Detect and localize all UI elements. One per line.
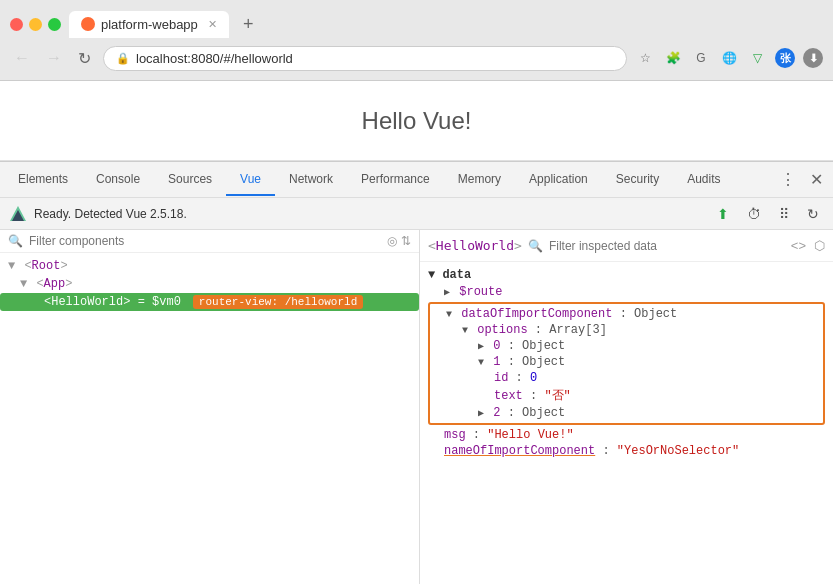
colon-opt0: : bbox=[508, 339, 522, 353]
devtools-tabs: Elements Console Sources Vue Network Per… bbox=[0, 162, 833, 198]
value-id: 0 bbox=[530, 371, 537, 385]
tab-vue[interactable]: Vue bbox=[226, 164, 275, 196]
tab-application[interactable]: Application bbox=[515, 164, 602, 196]
devtools-panel: Elements Console Sources Vue Network Per… bbox=[0, 161, 833, 584]
title-bar: platform-webapp ✕ + bbox=[0, 0, 833, 40]
sort-icon[interactable]: ⇅ bbox=[401, 234, 411, 248]
tab-network[interactable]: Network bbox=[275, 164, 347, 196]
close-devtools-button[interactable]: ✕ bbox=[804, 166, 829, 193]
data-row-id[interactable]: id : 0 bbox=[430, 370, 823, 386]
open-icon[interactable]: ⬡ bbox=[814, 238, 825, 253]
data-row-text[interactable]: text : "否" bbox=[430, 386, 823, 405]
data-row-nameOfImportComponent[interactable]: nameOfImportComponent : "YesOrNoSelector… bbox=[428, 443, 825, 459]
tree-item-root[interactable]: ▼ <Root> bbox=[0, 257, 419, 275]
close-button[interactable] bbox=[10, 18, 23, 31]
tree-item-helloworld[interactable]: <HelloWorld> = $vm0 router-view: /hellow… bbox=[0, 293, 419, 311]
settings-icon[interactable]: ⠿ bbox=[773, 204, 795, 224]
expand-arrow-options[interactable]: ▼ bbox=[462, 325, 468, 336]
value-object: Object bbox=[634, 307, 677, 321]
tab-performance[interactable]: Performance bbox=[347, 164, 444, 196]
colon-id: : bbox=[516, 371, 530, 385]
tab-favicon bbox=[81, 17, 95, 31]
data-row-opt-1[interactable]: ▼ 1 : Object bbox=[430, 354, 823, 370]
back-button[interactable]: ← bbox=[10, 47, 34, 69]
tab-memory[interactable]: Memory bbox=[444, 164, 515, 196]
data-filter-input[interactable] bbox=[549, 239, 785, 253]
left-panel: 🔍 ◎ ⇅ ▼ <Root> ▼ <App> bbox=[0, 230, 420, 584]
more-tabs-button[interactable]: ⋮ bbox=[772, 166, 804, 193]
data-row-opt-0[interactable]: ▶ 0 : Object bbox=[430, 338, 823, 354]
history-icon[interactable]: ⏱ bbox=[741, 204, 767, 224]
window-controls bbox=[10, 18, 61, 31]
maximize-button[interactable] bbox=[48, 18, 61, 31]
expand-arrow-opt2[interactable]: ▶ bbox=[478, 408, 484, 419]
page-heading: Hello Vue! bbox=[362, 107, 472, 135]
url-bar[interactable]: 🔒 localhost:8080/#/helloworld bbox=[103, 46, 627, 71]
refresh-component-icon[interactable]: ◎ bbox=[387, 234, 397, 248]
code-icon[interactable]: <> bbox=[791, 238, 806, 253]
component-select-icon[interactable]: ⬆ bbox=[711, 204, 735, 224]
expand-arrow-route[interactable]: ▶ bbox=[444, 287, 450, 298]
data-row-dataOfImportComponent[interactable]: ▼ dataOfImportComponent : Object bbox=[430, 306, 823, 322]
tab-audits[interactable]: Audits bbox=[673, 164, 734, 196]
key-opt-2: 2 bbox=[493, 406, 500, 420]
vue-logo-icon bbox=[8, 204, 28, 224]
tag-bracket: < bbox=[24, 259, 31, 273]
lock-icon: 🔒 bbox=[116, 52, 130, 65]
key-msg: msg bbox=[444, 428, 466, 442]
tab-sources[interactable]: Sources bbox=[154, 164, 226, 196]
colon-opt1: : bbox=[508, 355, 522, 369]
tag-content-helloworld: <HelloWorld> = $vm0 bbox=[44, 295, 181, 309]
tree-item-app[interactable]: ▼ <App> bbox=[0, 275, 419, 293]
download-icon[interactable]: ⬇ bbox=[803, 48, 823, 68]
search-icon: 🔍 bbox=[8, 234, 23, 248]
key-text: text bbox=[494, 389, 523, 403]
component-tree: ▼ <Root> ▼ <App> <HelloWorld> = $vm0 rou… bbox=[0, 253, 419, 584]
colon-import: : bbox=[620, 307, 634, 321]
data-section-label[interactable]: ▼ data bbox=[428, 266, 825, 284]
tab-security[interactable]: Security bbox=[602, 164, 673, 196]
colon-text: : bbox=[530, 389, 544, 403]
data-row-options[interactable]: ▼ options : Array[3] bbox=[430, 322, 823, 338]
toolbar-status: Ready. Detected Vue 2.5.18. bbox=[34, 207, 705, 221]
expand-arrow-opt0[interactable]: ▶ bbox=[478, 341, 484, 352]
vpn-icon[interactable]: 🌐 bbox=[719, 48, 739, 68]
tab-elements[interactable]: Elements bbox=[4, 164, 82, 196]
value-opt0: Object bbox=[522, 339, 565, 353]
path-bracket-close: > bbox=[514, 238, 522, 253]
page-content: Hello Vue! bbox=[0, 81, 833, 161]
reload-button[interactable]: ↻ bbox=[74, 47, 95, 70]
tag-name-root: Root bbox=[32, 259, 61, 273]
key-id: id bbox=[494, 371, 508, 385]
browser-tab[interactable]: platform-webapp ✕ bbox=[69, 11, 229, 38]
forward-button[interactable]: → bbox=[42, 47, 66, 69]
component-filter-input[interactable] bbox=[29, 234, 381, 248]
key-opt-0: 0 bbox=[493, 339, 500, 353]
star-icon[interactable]: ☆ bbox=[635, 48, 655, 68]
tab-title: platform-webapp bbox=[101, 17, 198, 32]
tag-name-app: App bbox=[44, 277, 66, 291]
tab-console[interactable]: Console bbox=[82, 164, 154, 196]
tab-close-button[interactable]: ✕ bbox=[208, 18, 217, 31]
data-row-route[interactable]: ▶ $route bbox=[428, 284, 825, 300]
data-row-msg[interactable]: msg : "Hello Vue!" bbox=[428, 427, 825, 443]
expand-arrow-app: ▼ bbox=[20, 277, 27, 291]
user-icon[interactable]: 张 bbox=[775, 48, 795, 68]
extension-icon[interactable]: 🧩 bbox=[663, 48, 683, 68]
path-name: HelloWorld bbox=[436, 238, 514, 253]
key-opt-1: 1 bbox=[493, 355, 500, 369]
expand-arrow-opt1[interactable]: ▼ bbox=[478, 357, 484, 368]
value-nameOfImportComponent: "YesOrNoSelector" bbox=[617, 444, 739, 458]
minimize-button[interactable] bbox=[29, 18, 42, 31]
data-row-opt-2[interactable]: ▶ 2 : Object bbox=[430, 405, 823, 421]
key-nameOfImportComponent: nameOfImportComponent bbox=[444, 444, 595, 458]
devtools-body: 🔍 ◎ ⇅ ▼ <Root> ▼ <App> bbox=[0, 230, 833, 584]
refresh-icon[interactable]: ↻ bbox=[801, 204, 825, 224]
vue-devtools-icon[interactable]: ▽ bbox=[747, 48, 767, 68]
new-tab-button[interactable]: + bbox=[237, 12, 260, 37]
translate-icon[interactable]: G bbox=[691, 48, 711, 68]
expand-arrow-import[interactable]: ▼ bbox=[446, 309, 452, 320]
highlighted-data-box: ▼ dataOfImportComponent : Object ▼ optio… bbox=[428, 302, 825, 425]
value-msg: "Hello Vue!" bbox=[487, 428, 573, 442]
devtools-toolbar: Ready. Detected Vue 2.5.18. ⬆ ⏱ ⠿ ↻ bbox=[0, 198, 833, 230]
